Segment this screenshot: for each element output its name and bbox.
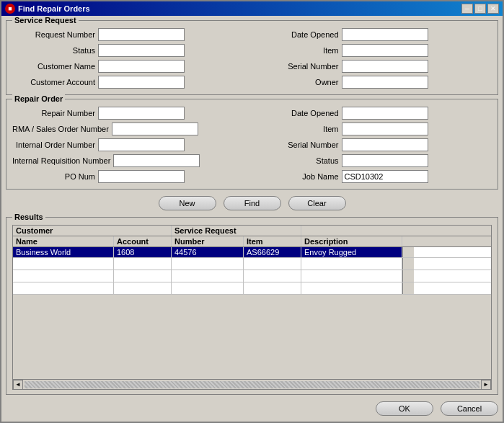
results-table: Customer Service Request Name Account Nu… xyxy=(12,225,492,390)
table-body[interactable]: Business World 1608 44576 AS66629 Envoy … xyxy=(13,247,491,379)
cell-description-0[interactable]: Envoy Rugged xyxy=(301,247,402,257)
item-sr-label: Item xyxy=(256,46,339,55)
cell-name-2[interactable] xyxy=(13,270,114,282)
ok-button[interactable]: OK xyxy=(376,401,433,416)
description-col-header: Description xyxy=(301,236,402,246)
cell-number-2[interactable] xyxy=(172,270,244,282)
maximize-button[interactable]: □ xyxy=(474,4,486,14)
window-icon: ■ xyxy=(5,4,15,14)
cell-account-2[interactable] xyxy=(114,270,172,282)
status-ro-input[interactable] xyxy=(342,154,428,167)
item-ro-label: Item xyxy=(256,125,339,133)
close-button[interactable]: ✕ xyxy=(487,4,499,14)
serial-number-ro-row: Serial Number xyxy=(256,138,492,151)
repair-order-form: Repair Number Date Opened RMA / Sales Or… xyxy=(12,107,492,183)
title-bar: ■ Find Repair Orders ─ □ ✕ xyxy=(1,1,503,16)
internal-req-input[interactable] xyxy=(113,154,200,167)
cell-description-3[interactable] xyxy=(301,282,402,294)
cell-name-0[interactable]: Business World xyxy=(13,247,114,257)
scroll-right-button[interactable]: ► xyxy=(481,380,491,390)
scroll-track[interactable] xyxy=(25,381,479,388)
repair-order-title: Repair Order xyxy=(12,94,65,103)
desc-group-spacer xyxy=(301,226,402,236)
cell-item-2[interactable] xyxy=(244,270,301,282)
rma-input[interactable] xyxy=(112,123,198,135)
item-ro-row: Item xyxy=(256,123,492,135)
internal-order-label: Internal Order Number xyxy=(12,141,95,149)
row-scroll-cell-2 xyxy=(402,270,414,282)
cell-name-1[interactable] xyxy=(13,258,114,270)
rma-label: RMA / Sales Order Number xyxy=(12,125,109,133)
cell-name-3[interactable] xyxy=(13,282,114,294)
job-name-label: Job Name xyxy=(256,172,339,181)
customer-name-input[interactable] xyxy=(98,60,185,73)
job-name-input[interactable] xyxy=(342,170,428,183)
serial-number-ro-input[interactable] xyxy=(342,138,428,151)
po-num-input[interactable] xyxy=(98,170,185,183)
item-sr-input[interactable] xyxy=(342,44,428,57)
table-row[interactable]: Business World 1608 44576 AS66629 Envoy … xyxy=(13,247,491,258)
job-name-row: Job Name xyxy=(256,170,492,183)
cell-number-0[interactable]: 44576 xyxy=(172,247,244,257)
cell-account-0[interactable]: 1608 xyxy=(114,247,172,257)
status-ro-row: Status xyxy=(256,154,492,167)
scroll-spacer-sub xyxy=(402,236,414,246)
internal-order-row: Internal Order Number xyxy=(12,138,249,151)
rma-row: RMA / Sales Order Number xyxy=(12,123,249,135)
clear-button[interactable]: Clear xyxy=(288,196,346,210)
customer-account-row: Customer Account xyxy=(12,76,249,89)
repair-number-input[interactable] xyxy=(98,107,185,120)
scroll-left-button[interactable]: ◄ xyxy=(13,380,23,390)
table-row[interactable] xyxy=(13,270,491,282)
table-row[interactable] xyxy=(13,258,491,270)
find-button[interactable]: Find xyxy=(224,196,281,210)
horizontal-scrollbar[interactable]: ◄ ► xyxy=(13,379,491,389)
name-col-header: Name xyxy=(13,236,114,246)
date-opened-sr-input[interactable] xyxy=(342,28,428,41)
customer-name-label: Customer Name xyxy=(12,62,95,71)
cell-item-3[interactable] xyxy=(244,282,301,294)
status-sr-input[interactable] xyxy=(98,44,185,57)
cell-account-3[interactable] xyxy=(114,282,172,294)
results-group: Results Customer Service Request Name Ac… xyxy=(6,217,498,395)
status-ro-label: Status xyxy=(256,156,339,165)
item-ro-input[interactable] xyxy=(342,123,428,135)
customer-account-input[interactable] xyxy=(98,76,185,89)
internal-req-row: Internal Requisition Number xyxy=(12,154,249,167)
service-request-form: Request Number Date Opened Status Item xyxy=(12,28,492,89)
serial-number-sr-input[interactable] xyxy=(342,60,428,73)
bottom-buttons-row: OK Cancel xyxy=(6,398,498,417)
repair-number-label: Repair Number xyxy=(12,109,95,117)
col-group-header: Customer Service Request xyxy=(13,226,491,236)
date-opened-ro-input[interactable] xyxy=(342,107,428,120)
cell-description-1[interactable] xyxy=(301,258,402,270)
internal-order-input[interactable] xyxy=(98,138,185,151)
request-number-input[interactable] xyxy=(98,28,185,41)
minimize-button[interactable]: ─ xyxy=(461,4,473,14)
status-sr-label: Status xyxy=(12,46,95,55)
cancel-button[interactable]: Cancel xyxy=(441,401,498,416)
owner-label: Owner xyxy=(256,78,339,86)
repair-order-group: Repair Order Repair Number Date Opened R… xyxy=(6,99,498,190)
main-window: ■ Find Repair Orders ─ □ ✕ Service Reque… xyxy=(0,0,504,423)
cell-item-1[interactable] xyxy=(244,258,301,270)
repair-number-row: Repair Number xyxy=(12,107,249,120)
serial-number-ro-label: Serial Number xyxy=(256,141,339,149)
title-bar-controls: ─ □ ✕ xyxy=(461,4,499,14)
owner-input[interactable] xyxy=(342,76,428,89)
title-bar-left: ■ Find Repair Orders xyxy=(5,4,90,14)
cell-number-1[interactable] xyxy=(172,258,244,270)
cell-description-2[interactable] xyxy=(301,270,402,282)
table-row[interactable] xyxy=(13,282,491,295)
window-title: Find Repair Orders xyxy=(18,4,90,13)
cell-number-3[interactable] xyxy=(172,282,244,294)
cell-item-0[interactable]: AS66629 xyxy=(244,247,301,257)
cell-account-1[interactable] xyxy=(114,258,172,270)
date-opened-sr-row: Date Opened xyxy=(256,28,492,41)
serial-number-sr-label: Serial Number xyxy=(256,62,339,71)
new-button[interactable]: New xyxy=(159,196,216,210)
owner-row: Owner xyxy=(256,76,492,89)
po-num-row: PO Num xyxy=(12,170,249,183)
service-request-title: Service Request xyxy=(12,16,79,25)
row-scroll-cell-1 xyxy=(402,258,414,270)
